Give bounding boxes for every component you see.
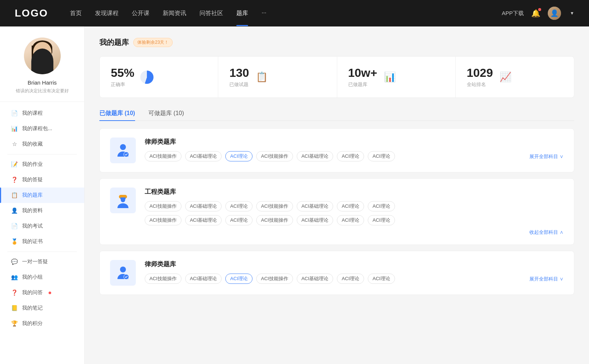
engineer-icon <box>114 192 131 209</box>
done-questions-icon: 📋 <box>255 71 268 84</box>
sidebar-item-certificate[interactable]: 🏅 我的证书 <box>0 234 84 249</box>
tag[interactable]: ACI技能操作 <box>256 274 293 284</box>
nav-link-discover[interactable]: 发现课程 <box>95 10 119 17</box>
nav-link-news[interactable]: 新闻资讯 <box>163 10 186 17</box>
app-download-button[interactable]: APP下载 <box>502 10 524 17</box>
tag[interactable]: ACI技能操作 <box>145 151 181 161</box>
tag[interactable]: ACI技能操作 <box>256 215 293 225</box>
nav-link-qa[interactable]: 问答社区 <box>200 10 223 17</box>
avatar-chevron-icon[interactable]: ▼ <box>570 11 574 16</box>
tag[interactable]: ACI理论 <box>368 274 395 284</box>
tab-available-banks[interactable]: 可做题库 (10) <box>148 107 184 120</box>
qbank-title: 律师类题库 <box>145 260 564 268</box>
tag[interactable]: ACI基础理论 <box>297 201 334 211</box>
tags-row-1: ACI技能操作 ACI基础理论 ACI理论 ACI技能操作 ACI基础理论 AC… <box>145 201 564 211</box>
sidebar-menu: 📄 我的课程 📊 我的课程包... ☆ 我的收藏 📝 我的作业 ❓ 我的答疑 � <box>0 102 84 335</box>
stat-rank: 1029 全站排名 📈 <box>456 57 574 97</box>
tag[interactable]: ACI技能操作 <box>256 201 293 211</box>
stat-accuracy: 55% 正确率 <box>100 57 218 97</box>
collapse-link[interactable]: 收起全部科目 ∧ <box>145 229 564 236</box>
favorites-icon: ☆ <box>11 141 18 147</box>
sidebar-item-label: 我的题库 <box>22 192 43 199</box>
qbank-icon-wrap <box>110 260 136 286</box>
qbank-title: 工程类题库 <box>145 188 564 196</box>
tag[interactable]: ACI基础理论 <box>297 151 334 161</box>
tag[interactable]: ACI技能操作 <box>145 201 181 211</box>
sidebar-item-points[interactable]: 🏆 我的积分 <box>0 316 84 331</box>
stat-value: 55% <box>111 66 134 80</box>
notification-badge <box>49 292 51 294</box>
sidebar-divider-1 <box>7 154 77 154</box>
main-content: 我的题库 体验剩余23天！ 55% 正确率 130 已做试题 📋 <box>85 26 589 364</box>
sidebar-item-course-package[interactable]: 📊 我的课程包... <box>0 121 84 136</box>
tag[interactable]: ACI理论 <box>225 215 253 225</box>
homework-icon: 📝 <box>11 161 18 168</box>
sidebar-item-label: 我的笔记 <box>22 305 43 311</box>
tag[interactable]: ACI基础理论 <box>185 151 222 161</box>
tag[interactable]: ACI理论 <box>225 201 253 211</box>
rank-icon: 📈 <box>499 71 512 84</box>
sidebar-item-notes[interactable]: 📒 我的笔记 <box>0 300 84 316</box>
qbank-card-lawyer-2: 律师类题库 ACI技能操作 ACI基础理论 ACI理论 ACI技能操作 ACI基… <box>99 251 574 295</box>
pie-chart <box>140 71 154 84</box>
sidebar-item-homework[interactable]: 📝 我的作业 <box>0 157 84 172</box>
tag[interactable]: ACI基础理论 <box>185 215 222 225</box>
sidebar-item-label: 我的作业 <box>22 161 43 168</box>
stat-label: 已做试题 <box>229 81 249 88</box>
stat-done-questions: 130 已做试题 📋 <box>218 57 337 97</box>
tag[interactable]: ACI技能操作 <box>145 274 181 284</box>
tag[interactable]: ACI基础理论 <box>185 201 222 211</box>
tag[interactable]: ACI理论 <box>337 274 364 284</box>
one-on-one-icon: 💬 <box>11 258 18 265</box>
sidebar-item-qa[interactable]: ❓ 我的答疑 <box>0 172 84 188</box>
svg-point-0 <box>120 144 126 150</box>
qbank-info: 工程类题库 ACI技能操作 ACI基础理论 ACI理论 ACI技能操作 ACI基… <box>145 188 564 236</box>
sidebar-item-favorites[interactable]: ☆ 我的收藏 <box>0 136 84 152</box>
stat-value: 10w+ <box>348 66 377 80</box>
nav-link-quiz[interactable]: 题库 <box>236 10 248 17</box>
tag[interactable]: ACI技能操作 <box>145 215 181 225</box>
notification-bell[interactable]: 🔔 <box>531 9 540 18</box>
tag-active[interactable]: ACI理论 <box>225 151 253 161</box>
sidebar-item-group[interactable]: 👥 我的小组 <box>0 270 84 285</box>
qbank-card-lawyer-1: 律师类题库 ACI技能操作 ACI基础理论 ACI理论 ACI技能操作 ACI基… <box>99 128 574 172</box>
sidebar-item-my-courses[interactable]: 📄 我的课程 <box>0 106 84 121</box>
tag[interactable]: ACI理论 <box>368 201 395 211</box>
sidebar-item-profile[interactable]: 👤 我的资料 <box>0 203 84 218</box>
tag[interactable]: ACI理论 <box>368 215 395 225</box>
nav-link-home[interactable]: 首页 <box>70 10 82 17</box>
sidebar-item-label: 我的证书 <box>22 238 43 245</box>
tag[interactable]: ACI理论 <box>337 201 364 211</box>
notification-dot <box>538 8 541 11</box>
sidebar-avatar <box>24 38 61 74</box>
sidebar-item-one-on-one[interactable]: 💬 一对一答疑 <box>0 254 84 270</box>
tag[interactable]: ACI理论 <box>368 151 395 161</box>
bar-red-icon: 📈 <box>500 71 511 83</box>
stat-rank-text: 1029 全站排名 <box>467 66 493 88</box>
tag[interactable]: ACI理论 <box>337 215 364 225</box>
nav-link-more[interactable]: ··· <box>261 10 266 17</box>
qa-icon: ❓ <box>11 176 18 183</box>
tag[interactable]: ACI技能操作 <box>256 151 293 161</box>
profile-icon: 👤 <box>11 207 18 214</box>
tab-done-banks[interactable]: 已做题库 (10) <box>99 107 135 120</box>
qbank-title: 律师类题库 <box>145 138 564 146</box>
user-avatar[interactable]: 👤 <box>548 7 561 20</box>
expand-link-1[interactable]: 展开全部科目 ∨ <box>529 153 564 160</box>
sidebar-item-label: 我的答疑 <box>22 176 43 183</box>
qbank-icon: 📋 <box>11 192 18 199</box>
sidebar-item-question-bank[interactable]: 📋 我的题库 <box>0 188 84 203</box>
tag[interactable]: ACI理论 <box>337 151 364 161</box>
tag-active[interactable]: ACI理论 <box>225 274 253 284</box>
tag[interactable]: ACI基础理论 <box>185 274 222 284</box>
main-layout: Brian Harris 错误的决定比没有决定要好 📄 我的课程 📊 我的课程包… <box>0 26 589 364</box>
nav-links: 首页 发现课程 公开课 新闻资讯 问答社区 题库 ··· <box>70 10 502 17</box>
qbank-icon-wrap <box>110 188 136 213</box>
sidebar-item-exam[interactable]: 📄 我的考试 <box>0 218 84 234</box>
expand-link-3[interactable]: 展开全部科目 ∨ <box>529 275 564 282</box>
sidebar-item-label: 我的课程 <box>22 110 43 117</box>
nav-link-open[interactable]: 公开课 <box>132 10 149 17</box>
tag[interactable]: ACI基础理论 <box>297 215 334 225</box>
tag[interactable]: ACI基础理论 <box>297 274 334 284</box>
sidebar-item-my-qa[interactable]: ❓ 我的问答 <box>0 285 84 300</box>
